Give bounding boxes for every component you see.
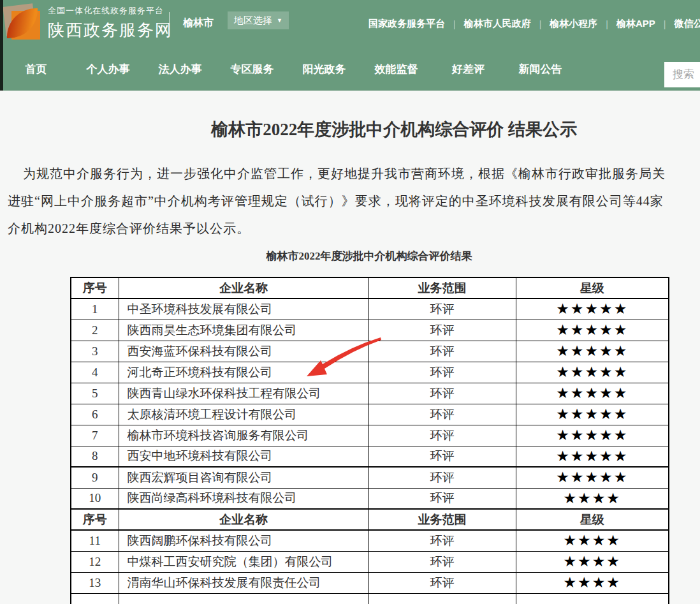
header-link[interactable]: 榆林APP [616,18,655,30]
company-name: 陕西宏辉项目咨询有限公司 [119,467,368,488]
header-link[interactable]: 榆林小程序 [550,18,597,30]
nav-item-效能监督[interactable]: 效能监督 [360,62,432,77]
column-header: 业务范围 [368,509,516,530]
table-row: 10陕西尚绿高科环境科技有限公司环评★★★★ [71,488,669,509]
star-rating: ★★★★★ [516,404,669,425]
business-scope: 环评 [368,572,516,593]
star-rating: ★★★★ [516,530,669,551]
star-rating: ★★★★★ [516,320,669,341]
header-divider [169,12,170,36]
empty-cell [71,593,119,604]
site-logo-icon[interactable] [4,4,41,41]
company-name: 西安中地环境科技有限公司 [119,446,368,467]
table-row: 12中煤科工西安研究院（集团）有限公司环评★★★★ [71,551,669,572]
table-row: 6太原核清环境工程设计有限公司环评★★★★★ [71,404,669,425]
business-scope: 环评 [368,298,516,320]
company-name: 太原核清环境工程设计有限公司 [119,404,368,425]
company-name: 中煤科工西安研究院（集团）有限公司 [119,551,368,572]
table-caption: 榆林市2022年度涉批中介机构综合评价结果 [70,249,668,263]
business-scope: 环评 [368,404,516,425]
page-title: 榆林市2022年度涉批中介机构综合评价 结果公示 [68,118,700,141]
business-scope: 环评 [368,530,516,551]
nav-item-首页[interactable]: 首页 [0,62,72,77]
column-header: 序号 [71,509,119,530]
row-number: 8 [71,446,119,467]
nav-item-新闻公告[interactable]: 新闻公告 [504,62,576,77]
table-row: 3西安海蓝环保科技有限公司环评★★★★★ [71,341,669,362]
notice-page: 榆林市2022年度涉批中介机构综合评价 结果公示 为规范中介服务行为，进一步强化… [0,91,700,604]
row-number: 12 [71,551,119,572]
link-separator: | [606,19,608,29]
company-name: 陕西青山绿水环保科技工程有限公司 [119,383,368,404]
company-name: 榆林市环境科技咨询服务有限公司 [119,425,368,446]
company-name: 陕西雨昊生态环境集团有限公司 [119,320,368,341]
notice-line: 为规范中介服务行为，进一步强化中介监管工作，更好地提升我市营商环境，根据《榆林市… [8,160,700,188]
row-number: 11 [71,530,119,551]
nav-item-专区服务[interactable]: 专区服务 [216,62,288,77]
row-number: 6 [71,404,119,425]
region-selector-button[interactable]: 地区选择 ▼ [228,11,289,29]
header-link[interactable]: 国家政务服务平台 [368,18,445,30]
nav-item-好差评[interactable]: 好差评 [432,62,504,77]
row-number: 1 [71,298,119,320]
business-scope: 环评 [368,467,516,488]
star-rating: ★★★★★ [516,467,669,488]
current-city-label: 榆林市 [183,17,214,30]
table-row-partial [71,593,669,604]
company-name: 西安海蓝环保科技有限公司 [119,341,368,362]
results-table: 序号企业名称业务范围星级1中圣环境科技发展有限公司环评★★★★★2陕西雨昊生态环… [70,277,669,604]
business-scope: 环评 [368,383,516,404]
search-input[interactable] [664,62,700,87]
row-number: 9 [71,467,119,488]
platform-name: 全国一体化在线政务服务平台 [48,5,173,17]
window-edge [0,0,3,91]
row-number: 5 [71,383,119,404]
company-name: 渭南华山环保科技发展有限责任公司 [119,572,368,593]
empty-cell [516,593,669,604]
site-name: 陕西政务服务网 [48,19,173,41]
header-link[interactable]: 榆林市人民政府 [464,18,531,30]
star-rating: ★★★★ [516,572,669,593]
main-nav: 首页个人办事法人办事专区服务阳光政务效能监督好差评新闻公告 [0,48,700,91]
star-rating: ★★★★★ [516,446,669,467]
business-scope: 环评 [368,341,516,362]
row-number: 7 [71,425,119,446]
star-rating: ★★★★★ [516,341,669,362]
table-row: 5陕西青山绿水环保科技工程有限公司环评★★★★★ [71,383,669,404]
column-header: 星级 [516,277,669,298]
header-link[interactable]: 微信公众号 [674,18,700,30]
region-selector-label: 地区选择 [234,15,272,27]
link-separator: | [664,19,666,29]
notice-line: 介机构2022年度综合评价结果予以公示。 [8,215,700,242]
empty-cell [119,593,368,604]
company-name: 中圣环境科技发展有限公司 [119,298,368,320]
chevron-down-icon: ▼ [277,18,282,24]
link-separator: | [453,19,456,29]
star-rating: ★★★★★ [516,425,669,446]
brand-block: 全国一体化在线政务服务平台 陕西政务服务网 [48,5,173,41]
nav-item-法人办事[interactable]: 法人办事 [144,62,216,77]
site-header: 全国一体化在线政务服务平台 陕西政务服务网 榆林市 地区选择 ▼ 国家政务服务平… [0,0,700,48]
column-header: 星级 [516,509,669,530]
business-scope: 环评 [368,425,516,446]
nav-item-个人办事[interactable]: 个人办事 [72,62,144,77]
column-header: 企业名称 [119,277,368,298]
results-table-body: 序号企业名称业务范围星级1中圣环境科技发展有限公司环评★★★★★2陕西雨昊生态环… [71,277,669,604]
table-row: 2陕西雨昊生态环境集团有限公司环评★★★★★ [71,320,669,341]
star-rating: ★★★★ [516,488,669,509]
company-name: 河北奇正环境科技有限公司 [119,362,368,383]
star-rating: ★★★★ [516,551,669,572]
business-scope: 环评 [368,320,516,341]
nav-item-阳光政务[interactable]: 阳光政务 [288,62,360,77]
table-row: 8西安中地环境科技有限公司环评★★★★★ [71,446,669,467]
table-header-row: 序号企业名称业务范围星级 [71,277,669,298]
table-header-row: 序号企业名称业务范围星级 [71,509,669,530]
notice-paragraph: 为规范中介服务行为，进一步强化中介监管工作，更好地提升我市营商环境，根据《榆林市… [8,160,700,242]
business-scope: 环评 [368,551,516,572]
table-row: 13渭南华山环保科技发展有限责任公司环评★★★★ [71,572,669,593]
notice-line: 进驻“网上中介服务超市”中介机构考评管理规定（试行）》要求，现将评定的中圣环境科… [8,188,700,215]
business-scope: 环评 [368,362,516,383]
link-separator: | [539,19,542,29]
star-rating: ★★★★★ [516,298,669,320]
header-links: 国家政务服务平台|榆林市人民政府|榆林小程序|榆林APP|微信公众号注册 [368,0,700,48]
